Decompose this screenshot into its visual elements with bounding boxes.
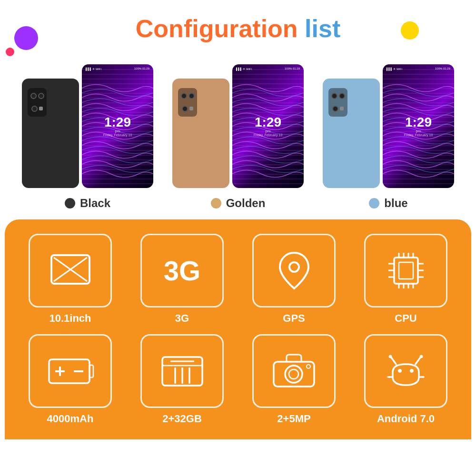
golden-tablet-back: [172, 79, 229, 188]
camera-spec-icon-box: [252, 334, 336, 408]
battery-icon: 100% 01:29: [134, 67, 149, 70]
time-label: pm: [103, 129, 132, 133]
black-tablet-back: [22, 79, 79, 188]
svg-point-34: [289, 369, 298, 379]
svg-point-40: [398, 369, 402, 373]
battery-icon: [47, 352, 94, 390]
svg-point-37: [389, 355, 392, 358]
svg-point-41: [410, 369, 414, 373]
title-part1: Configuration: [136, 15, 298, 42]
cpu-label: CPU: [395, 312, 416, 325]
spec-storage: 2+32GB: [131, 334, 233, 425]
black-tablet-group: ▌▌▌ ✈ WiFi 100% 01:29 1:29 pm Friday, Fe…: [22, 55, 153, 210]
spec-3g: 3G 3G: [131, 234, 233, 325]
svg-point-35: [307, 365, 310, 368]
spec-cpu: CPU: [355, 234, 457, 325]
page-title: Configuration list: [0, 14, 476, 43]
svg-rect-20: [49, 359, 89, 383]
lens3: [182, 106, 188, 112]
spec-android: Android 7.0: [355, 334, 457, 425]
title-part2: list: [298, 15, 341, 42]
camera-module-blue: [328, 88, 347, 117]
time-label: pm: [404, 129, 433, 133]
golden-color-label: Golden: [211, 197, 266, 210]
lens2: [339, 93, 345, 99]
golden-tablet-images: ▌▌▌ ✈ WiFi 100% 01:29 1:29 pm Friday, Fe…: [172, 55, 304, 188]
time-text: 1:29: [254, 116, 283, 129]
signal-icons: ▌▌▌ ✈ WiFi: [387, 67, 402, 70]
time-display: 1:29 pm Friday, February 10: [103, 116, 132, 137]
time-label: pm: [254, 129, 283, 133]
screen-label: 10.1inch: [49, 312, 91, 325]
screen-icon: [49, 253, 92, 288]
3g-text-icon: 3G: [164, 255, 200, 287]
signal-icons: ▌▌▌ ✈ WiFi: [236, 67, 252, 70]
golden-tablet-screen: ▌▌▌ ✈ WiFi 100% 01:29 1:29 pm Friday, Fe…: [232, 64, 304, 188]
battery-icon: 100% 01:29: [285, 67, 300, 70]
date-text: Friday, February 10: [404, 133, 433, 137]
golden-tablet-group: ▌▌▌ ✈ WiFi 100% 01:29 1:29 pm Friday, Fe…: [172, 55, 304, 210]
black-color-label: Black: [65, 197, 110, 210]
storage-icon-box: [140, 334, 224, 408]
camera-module-black: [28, 88, 47, 117]
svg-rect-21: [89, 365, 93, 377]
blue-tablet-front: ▌▌▌ ✈ WiFi 100% 01:29 1:29 pm Friday, Fe…: [383, 64, 454, 188]
svg-point-33: [285, 366, 302, 383]
spec-gps: GPS: [243, 234, 345, 325]
status-bar-blue: ▌▌▌ ✈ WiFi 100% 01:29: [383, 67, 454, 70]
status-bar-golden: ▌▌▌ ✈ WiFi 100% 01:29: [232, 67, 304, 70]
lens3: [31, 106, 38, 112]
golden-label: Golden: [226, 197, 266, 210]
blue-tablet-group: ▌▌▌ ✈ WiFi 100% 01:29 1:29 pm Friday, Fe…: [323, 55, 454, 210]
storage-label: 2+32GB: [162, 413, 202, 425]
svg-rect-5: [399, 262, 413, 279]
cpu-icon-box: [364, 234, 447, 307]
spec-camera: 2+5MP: [243, 334, 345, 425]
date-text: Friday, February 10: [254, 133, 283, 137]
android-label: Android 7.0: [377, 413, 435, 425]
camera-spec-label: 2+5MP: [277, 413, 310, 425]
blue-swatch: [369, 198, 379, 208]
3g-label: 3G: [175, 312, 189, 325]
battery-label: 4000mAh: [47, 413, 94, 425]
black-swatch: [65, 198, 75, 208]
blue-label: blue: [384, 197, 407, 210]
blue-tablet-back: [323, 79, 380, 188]
gps-label: GPS: [283, 312, 305, 325]
flash: [39, 107, 43, 110]
camera-spec-icon: [271, 352, 317, 390]
specs-grid: 10.1inch 3G 3G GPS: [19, 234, 457, 425]
battery-icon-box: [29, 334, 112, 408]
blue-color-label: blue: [369, 197, 407, 210]
black-tablet-screen: ▌▌▌ ✈ WiFi 100% 01:29 1:29 pm Friday, Fe…: [82, 64, 153, 188]
svg-rect-4: [394, 258, 418, 284]
android-icon: [386, 351, 426, 391]
specs-section: 10.1inch 3G 3G GPS: [5, 219, 471, 439]
svg-line-36: [391, 357, 396, 364]
blue-tablet-images: ▌▌▌ ✈ WiFi 100% 01:29 1:29 pm Friday, Fe…: [323, 55, 454, 188]
golden-tablet-front: ▌▌▌ ✈ WiFi 100% 01:29 1:29 pm Friday, Fe…: [232, 64, 304, 188]
screen-icon-box: [29, 234, 112, 307]
time-display-blue: 1:29 pm Friday, February 10: [404, 116, 433, 137]
lens3: [332, 106, 338, 112]
golden-swatch: [211, 198, 221, 208]
spec-screen: 10.1inch: [19, 234, 121, 325]
blue-tablet-screen: ▌▌▌ ✈ WiFi 100% 01:29 1:29 pm Friday, Fe…: [383, 64, 454, 188]
lens1: [181, 93, 187, 99]
time-display-golden: 1:29 pm Friday, February 10: [254, 116, 283, 137]
svg-line-38: [416, 357, 420, 364]
lens2: [188, 93, 195, 99]
date-text: Friday, February 10: [103, 133, 132, 137]
gps-icon-box: [252, 234, 336, 307]
page-header: Configuration list: [0, 0, 476, 50]
black-tablet-front: ▌▌▌ ✈ WiFi 100% 01:29 1:29 pm Friday, Fe…: [82, 64, 153, 188]
lens1: [331, 93, 337, 99]
black-label: Black: [80, 197, 110, 210]
flash: [340, 107, 344, 110]
camera-module-golden: [178, 88, 197, 117]
lens2: [38, 93, 44, 99]
black-tablet-images: ▌▌▌ ✈ WiFi 100% 01:29 1:29 pm Friday, Fe…: [22, 55, 153, 188]
svg-point-39: [420, 355, 423, 358]
3g-icon-box: 3G: [140, 234, 224, 307]
gps-icon: [278, 250, 311, 291]
